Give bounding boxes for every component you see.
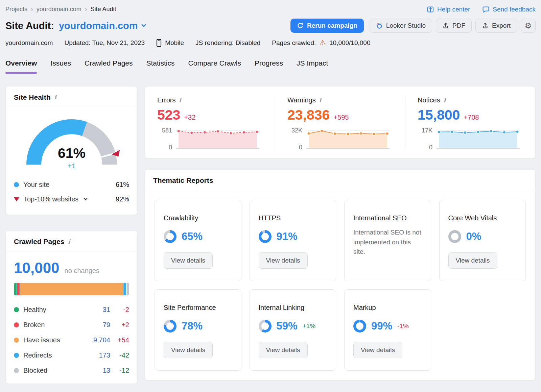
info-icon[interactable]: i: [319, 97, 321, 103]
legend-top10[interactable]: Top-10% websites 92%: [14, 192, 129, 206]
breadcrumb: Projects › yourdomain.com › Site Audit: [5, 5, 116, 13]
errors-value[interactable]: 523: [157, 107, 180, 123]
notices-value[interactable]: 15,800: [418, 107, 460, 123]
tab-crawled-pages[interactable]: Crawled Pages: [85, 59, 133, 73]
view-details-button[interactable]: View details: [164, 252, 213, 269]
errors-sparkline: [176, 129, 259, 149]
view-details-button[interactable]: View details: [353, 342, 402, 358]
thematic-card-markup: Markup 99% -1% View details: [344, 289, 431, 371]
breadcrumb-separator-icon: ›: [31, 5, 33, 13]
errors-change: +32: [184, 114, 195, 121]
donut-chart: [353, 320, 366, 333]
tab-statistics[interactable]: Statistics: [146, 59, 175, 73]
notices-title: Notices: [418, 96, 440, 104]
thematic-card-title: Internal Linking: [259, 304, 327, 312]
crawled-pages-card: Crawled Pages i 10,000 no changes Health…: [5, 230, 138, 384]
info-icon[interactable]: i: [54, 95, 56, 100]
domain-name: yourdomain.com: [59, 20, 138, 31]
warnings-value[interactable]: 23,836: [287, 107, 330, 123]
tab-js-impact[interactable]: JS Impact: [297, 59, 328, 73]
thematic-card-international-seo: International SEO International SEO is n…: [344, 200, 431, 281]
breadcrumb-projects[interactable]: Projects: [5, 6, 27, 13]
meta-domain: yourdomain.com: [5, 39, 53, 47]
warnings-title: Warnings: [287, 96, 316, 104]
site-health-score: 61%: [14, 145, 130, 161]
tab-progress[interactable]: Progress: [255, 59, 283, 73]
legend-value[interactable]: 13: [87, 367, 110, 374]
header-actions: Rerun campaign Looker Studio PDF Export: [290, 19, 536, 33]
thematic-reports-card: Thematic Reports Crawlability 65% View d…: [145, 169, 536, 381]
bar-segment: [17, 283, 20, 295]
info-icon[interactable]: i: [179, 97, 181, 103]
chevron-down-icon: [84, 196, 88, 200]
view-details-button[interactable]: View details: [259, 342, 308, 358]
percent-value: 65%: [182, 230, 203, 243]
view-details-button[interactable]: View details: [259, 252, 308, 269]
green-dot-icon: [14, 307, 19, 312]
legend-row-redirects: Redirects 173 -42: [14, 348, 129, 363]
errors-title: Errors: [157, 96, 175, 104]
thematic-card-title: Markup: [353, 304, 422, 312]
meta-row: yourdomain.com Updated: Tue, Nov 21, 202…: [5, 39, 536, 47]
meta-updated: Updated: Tue, Nov 21, 2023: [64, 39, 145, 47]
legend-label: Have issues: [23, 336, 60, 344]
info-icon[interactable]: i: [444, 97, 446, 103]
errors-column: Errorsi 523 +32 5810: [145, 96, 275, 150]
send-feedback-link[interactable]: Send feedback: [482, 6, 536, 13]
help-book-icon: [427, 6, 434, 13]
legend-change: +2: [110, 321, 129, 329]
tab-compare-crawls[interactable]: Compare Crawls: [188, 59, 241, 73]
help-center-link[interactable]: Help center: [427, 6, 470, 13]
top10-label: Top-10% websites: [24, 195, 78, 203]
legend-change: -12: [110, 367, 129, 374]
view-details-button[interactable]: View details: [164, 342, 213, 358]
percent-value: 59%: [277, 320, 298, 332]
pdf-button[interactable]: PDF: [436, 19, 472, 33]
thematic-reports-title: Thematic Reports: [153, 176, 213, 185]
warnings-column: Warningsi 23,836 +595 32K0: [275, 96, 405, 150]
tab-overview[interactable]: Overview: [5, 59, 37, 73]
percent-value: 91%: [277, 230, 298, 243]
crawled-pages-total[interactable]: 10,000: [14, 260, 60, 276]
chevron-down-icon: [141, 22, 146, 27]
y-axis-labels: 5810: [157, 129, 172, 149]
looker-studio-icon: [376, 22, 383, 29]
settings-button[interactable]: ⚙: [521, 19, 536, 33]
legend-value[interactable]: 173: [87, 351, 110, 359]
looker-studio-button[interactable]: Looker Studio: [370, 19, 432, 33]
legend-change: -42: [110, 351, 129, 359]
bar-segment: [20, 283, 123, 295]
rerun-campaign-button[interactable]: Rerun campaign: [290, 19, 364, 33]
donut-chart: [164, 320, 177, 333]
warnings-sparkline: [306, 129, 390, 149]
notices-change: +708: [464, 114, 479, 121]
legend-value[interactable]: 79: [87, 321, 110, 329]
tab-issues[interactable]: Issues: [50, 59, 71, 73]
legend-row-have-issues: Have issues 9,704 +54: [14, 333, 129, 348]
domain-selector[interactable]: yourdomain.com: [59, 20, 145, 31]
thematic-card-title: HTTPS: [259, 214, 327, 222]
bar-segment: [123, 283, 126, 295]
blue-dot-icon: [14, 182, 19, 187]
y-axis-labels: 17K0: [418, 129, 432, 149]
triangle-down-icon: [14, 197, 19, 201]
site-health-card: Site Health i 61% +1 Your site: [5, 86, 138, 215]
thematic-card-title: Crawlability: [164, 214, 232, 222]
info-icon[interactable]: i: [68, 239, 70, 245]
gear-icon: ⚙: [525, 21, 532, 30]
gray-dot-icon: [14, 368, 19, 373]
warning-icon: ⚠: [319, 39, 326, 47]
tab-bar: Overview Issues Crawled Pages Statistics…: [5, 59, 536, 73]
view-details-button[interactable]: View details: [448, 252, 497, 269]
legend-value[interactable]: 31: [87, 306, 110, 314]
meta-device: Mobile: [156, 39, 184, 47]
donut-chart: [164, 230, 177, 243]
donut-chart: [448, 230, 461, 243]
breadcrumb-site-audit: Site Audit: [90, 6, 116, 13]
export-button[interactable]: Export: [475, 19, 517, 33]
legend-value[interactable]: 9,704: [87, 336, 110, 344]
breadcrumb-domain[interactable]: yourdomain.com: [37, 6, 81, 13]
breadcrumb-separator-icon: ›: [85, 5, 87, 13]
thematic-card-title: International SEO: [353, 214, 422, 222]
thematic-card-core-web-vitals: Core Web Vitals 0% View details: [439, 200, 526, 281]
